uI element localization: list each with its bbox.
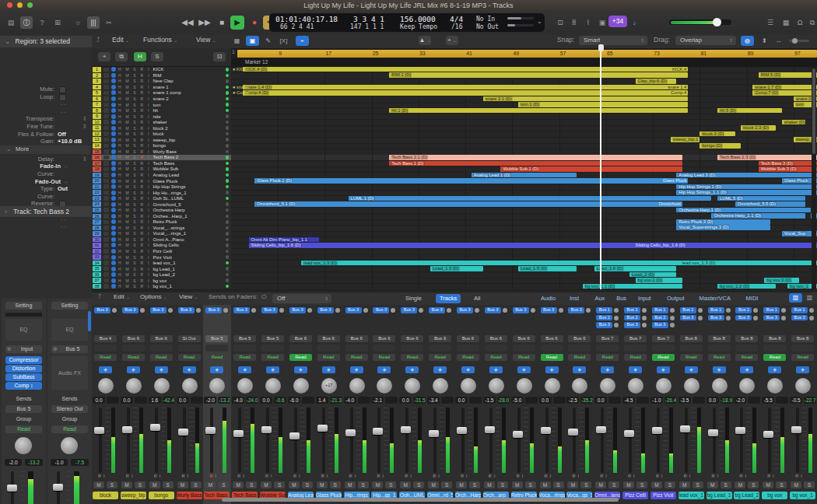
track-buttons[interactable]: H M S R I xyxy=(118,103,150,107)
send-slot[interactable]: Bus 1 xyxy=(791,307,808,313)
automation-mode-button[interactable]: Read xyxy=(373,354,395,361)
region[interactable]: Omnichord_5.1 (D)Omnichord xyxy=(254,201,682,207)
mixer-filter-aux[interactable]: Aux xyxy=(591,294,608,303)
region[interactable]: hh.5 (D) xyxy=(717,108,782,114)
pan-knob[interactable] xyxy=(237,378,253,394)
send-slot[interactable]: Bus 3 xyxy=(345,307,362,313)
channel-name[interactable]: lead vox_1 xyxy=(678,492,704,499)
send-slot[interactable]: Bus 3 xyxy=(652,322,668,328)
channel-name[interactable]: bg Lead_2 xyxy=(734,492,759,499)
track-buttons[interactable]: H M S R I xyxy=(118,96,150,101)
record-input-buttons[interactable]: R I xyxy=(767,474,774,478)
send-slot[interactable]: Bus 1 xyxy=(652,307,668,313)
volume-value[interactable]: -0.5 xyxy=(790,397,802,404)
inspector-icon[interactable]: ⓘ xyxy=(20,16,33,29)
tracks-vertical-scrollbar[interactable] xyxy=(812,67,816,290)
track-on-dot[interactable] xyxy=(226,138,230,142)
record-input-buttons[interactable]: R I xyxy=(293,474,300,478)
group-slot[interactable] xyxy=(513,345,535,352)
output-slot[interactable]: Bus 6 xyxy=(122,335,145,342)
replace-icon[interactable]: ▣ xyxy=(596,16,608,29)
eq-slot[interactable]: EQ xyxy=(51,319,88,341)
mixer-channel-strip[interactable]: Bus 1Bus 3Bus 8Read◈-3.5R IMSlead vox_1 xyxy=(678,305,707,504)
region[interactable]: Lead_1.5 (D) xyxy=(518,266,577,271)
record-input-buttons[interactable]: R I xyxy=(126,474,133,478)
solo-button[interactable]: S xyxy=(553,481,564,488)
record-input-buttons[interactable]: R I xyxy=(684,474,691,478)
mixer-channel-strip[interactable]: Bus 3Bus 5Read◈-4.0-24.0R IMSTech Bass xyxy=(231,305,260,504)
media-browser-icon[interactable]: ⧉ xyxy=(806,16,817,29)
mute-button[interactable]: M xyxy=(205,481,216,488)
send-slot[interactable]: Bus 2 xyxy=(624,315,640,321)
fader-track[interactable] xyxy=(155,408,158,473)
region[interactable]: Hip Hop Strings.1 (D) xyxy=(676,184,817,190)
playhead[interactable] xyxy=(600,44,601,289)
fader-track[interactable] xyxy=(99,408,102,473)
track-buttons[interactable]: H M S R I xyxy=(118,208,150,212)
fader-track[interactable] xyxy=(266,408,269,473)
track-buttons[interactable]: H M S R I xyxy=(118,143,150,148)
automation-mode-button[interactable]: Read xyxy=(429,354,451,361)
secondary-tool-button[interactable]: + ⌄ xyxy=(446,36,458,45)
pan-knob[interactable] xyxy=(628,378,643,394)
input-monitor-icon[interactable] xyxy=(111,243,116,247)
fader-track[interactable] xyxy=(183,408,186,473)
solo-button[interactable]: S xyxy=(135,481,146,488)
region[interactable]: Omni Alt Dim Piano_bip_1.1 xyxy=(249,237,319,243)
freeze-icon[interactable] xyxy=(103,237,109,242)
input-format-icon[interactable]: ◈ xyxy=(350,366,363,373)
freeze-icon[interactable] xyxy=(103,149,109,154)
input-monitor-icon[interactable] xyxy=(111,67,116,72)
peak-value[interactable] xyxy=(441,397,454,404)
inspector-scrollbar[interactable] xyxy=(88,311,91,331)
solo-button[interactable]: S xyxy=(441,481,452,488)
mixer-view-tracks[interactable]: Tracks xyxy=(436,294,461,303)
waveform-zoom-icon[interactable]: ◍ xyxy=(741,36,754,46)
send-knob[interactable] xyxy=(753,308,758,313)
track-buttons[interactable]: H M S R I xyxy=(118,243,150,247)
output-slot[interactable]: Bus 6 xyxy=(373,335,395,342)
mute-button[interactable]: M xyxy=(261,481,272,488)
zoom-slider[interactable] xyxy=(789,40,809,42)
peak-value[interactable] xyxy=(748,397,760,404)
input-monitor-icon[interactable] xyxy=(111,85,116,89)
peak-value[interactable]: -42.4 xyxy=(163,397,175,404)
input-monitor-icon[interactable] xyxy=(111,231,116,236)
track-on-dot[interactable] xyxy=(226,273,230,277)
record-input-buttons[interactable]: R I xyxy=(795,474,802,478)
fader-track[interactable] xyxy=(377,408,380,473)
volume-value[interactable]: -1.0 xyxy=(650,397,663,404)
track-on-dot[interactable] xyxy=(226,202,230,206)
channel-name[interactable]: Pizz Violi xyxy=(650,492,676,499)
freeze-icon[interactable] xyxy=(103,249,109,254)
freeze-icon[interactable] xyxy=(103,167,109,172)
input-monitor-icon[interactable] xyxy=(111,219,116,224)
region[interactable]: Tech Bass.1 (D) xyxy=(389,161,682,166)
send-slot[interactable]: Bus 3 xyxy=(205,307,222,313)
group-slot[interactable] xyxy=(373,345,395,352)
group-slot[interactable] xyxy=(345,345,368,352)
send-slot[interactable]: Bus 1 xyxy=(624,307,640,313)
peak-value[interactable] xyxy=(525,397,538,404)
automation-mode-button[interactable]: Read xyxy=(150,354,173,361)
group-slot[interactable] xyxy=(122,345,145,352)
input-monitor-icon[interactable] xyxy=(111,184,116,189)
track-buttons[interactable]: H M S R I xyxy=(118,85,150,89)
group-slot[interactable] xyxy=(261,345,284,352)
track-on-dot[interactable] xyxy=(226,74,230,78)
send-knob[interactable] xyxy=(223,308,228,313)
output-slot[interactable]: Bus 6 xyxy=(317,335,340,342)
track-on-dot[interactable] xyxy=(226,255,230,259)
track-on-dot[interactable] xyxy=(226,232,230,236)
automation-mode-button[interactable]: Read xyxy=(624,354,647,361)
volume-value[interactable]: -4.0 xyxy=(232,397,244,404)
group-slot[interactable] xyxy=(94,345,117,352)
send-slot[interactable]: Bus 3 xyxy=(680,315,696,321)
region[interactable]: block.3 (D) xyxy=(700,131,735,137)
send-slot[interactable]: Bus 2 xyxy=(652,315,668,321)
mixer-horizontal-scrollbar[interactable] xyxy=(222,498,619,502)
group-slot[interactable] xyxy=(708,345,731,352)
mixer-channel-strip[interactable]: Bus 3Bus 5Read◈-2.0-13.2R IMSTech Bass 2 xyxy=(203,305,232,504)
group-slot[interactable] xyxy=(763,345,786,352)
input-format-icon[interactable]: ◈ xyxy=(155,366,168,373)
